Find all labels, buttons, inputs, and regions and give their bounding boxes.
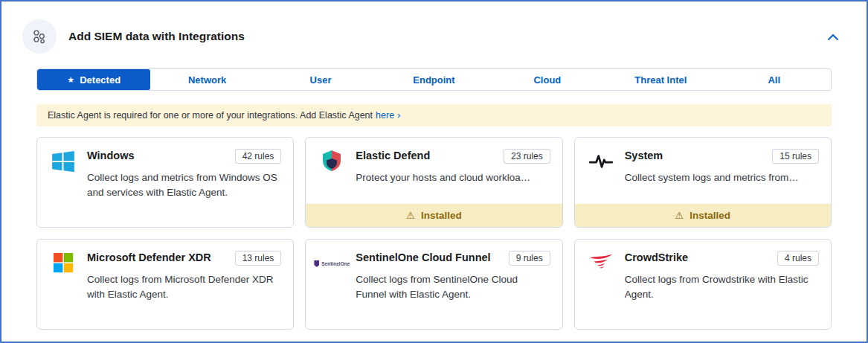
system-logo-icon (587, 149, 615, 177)
windows-logo-icon (49, 149, 77, 177)
rules-count-badge: 42 rules (235, 149, 282, 164)
crowdstrike-logo-icon (587, 251, 615, 279)
tab-label: Network (188, 74, 226, 86)
card-title: System (625, 149, 765, 163)
tab-all[interactable]: All (718, 69, 831, 90)
collapse-panel-button[interactable] (823, 27, 843, 47)
integration-card-windows[interactable]: Windows 42 rules Collect logs and metric… (36, 137, 294, 228)
card-title: CrowdStrike (625, 251, 770, 265)
rules-count-badge: 9 rules (509, 251, 550, 266)
installed-status: ⚠ Installed (575, 204, 831, 227)
callout-text: Elastic Agent is required for one or mor… (48, 110, 373, 121)
page-title: Add SIEM data with Integrations (68, 30, 245, 43)
chevron-right-icon: › (397, 110, 401, 121)
tab-user[interactable]: User (264, 69, 377, 90)
installed-status: ⚠ Installed (306, 204, 562, 227)
rules-count-badge: 15 rules (772, 149, 819, 164)
tab-endpoint[interactable]: Endpoint (377, 69, 490, 90)
card-title: Windows (87, 149, 228, 163)
tab-label: User (310, 74, 332, 86)
card-body: CrowdStrike 4 rules Collect logs from Cr… (575, 240, 831, 329)
card-title: SentinelOne Cloud Funnel (356, 251, 501, 265)
sentinelone-logo-icon: SentinelOne (318, 251, 346, 279)
tab-label: Endpoint (413, 74, 454, 86)
card-description: Collect logs from Microsoft Defender XDR… (87, 272, 281, 302)
tab-threat-intel[interactable]: Threat Intel (604, 69, 717, 90)
card-description: Collect logs from SentinelOne Cloud Funn… (356, 272, 550, 302)
card-description: Collect logs and metrics from Windows OS… (87, 170, 281, 200)
tab-network[interactable]: Network (150, 69, 263, 90)
sentinelone-wordmark: SentinelOne (321, 261, 350, 266)
microsoft-logo-icon (49, 251, 77, 279)
sentinelone-shield-glyph (314, 260, 319, 267)
integrations-icon (22, 19, 57, 54)
card-body: Microsoft Defender XDR 13 rules Collect … (37, 240, 293, 329)
card-description: Collect logs from Crowdstrike with Elast… (625, 272, 819, 302)
card-description: Collect system logs and metrics from… (625, 170, 819, 185)
integration-card-sentinelone-cloud-funnel[interactable]: SentinelOne SentinelOne Cloud Funnel 9 r… (305, 239, 562, 330)
category-tabs: ★ Detected Network User Endpoint Cloud T… (36, 68, 832, 91)
installed-label: Installed (421, 210, 462, 221)
card-title: Elastic Defend (356, 149, 496, 163)
integration-card-crowdstrike[interactable]: CrowdStrike 4 rules Collect logs from Cr… (574, 239, 832, 330)
chevron-up-icon (828, 31, 838, 42)
integration-card-elastic-defend[interactable]: Elastic Defend 23 rules Protect your hos… (305, 137, 562, 228)
star-icon: ★ (67, 76, 74, 84)
elastic-defend-logo-icon (318, 149, 346, 177)
card-description: Protect your hosts and cloud workloa… (356, 170, 550, 185)
integration-card-microsoft-defender-xdr[interactable]: Microsoft Defender XDR 13 rules Collect … (36, 239, 294, 330)
card-body: System 15 rules Collect system logs and … (575, 138, 831, 204)
integrations-panel: { "panel": { "title": "Add SIEM data wit… (0, 0, 868, 343)
add-elastic-agent-link[interactable]: here (376, 110, 394, 121)
tab-detected[interactable]: ★ Detected (37, 69, 150, 90)
rules-count-badge: 23 rules (504, 149, 550, 164)
panel-header: Add SIEM data with Integrations (1, 1, 867, 68)
tab-label: Detected (80, 74, 120, 86)
card-body: Elastic Defend 23 rules Protect your hos… (306, 138, 562, 204)
rules-count-badge: 13 rules (235, 251, 282, 266)
card-title: Microsoft Defender XDR (87, 251, 228, 265)
tab-label: All (768, 74, 780, 86)
tab-cloud[interactable]: Cloud (491, 69, 604, 90)
integration-card-system[interactable]: System 15 rules Collect system logs and … (574, 137, 832, 228)
agent-required-callout: Elastic Agent is required for one or mor… (36, 104, 832, 126)
card-body: Windows 42 rules Collect logs and metric… (37, 138, 293, 227)
installed-label: Installed (689, 210, 730, 221)
warning-icon: ⚠ (675, 211, 684, 220)
card-body: SentinelOne SentinelOne Cloud Funnel 9 r… (306, 240, 562, 329)
tab-label: Threat Intel (634, 74, 687, 86)
integrations-grid: Windows 42 rules Collect logs and metric… (36, 137, 832, 330)
tab-label: Cloud (533, 74, 561, 86)
rules-count-badge: 4 rules (777, 251, 819, 266)
warning-icon: ⚠ (406, 211, 415, 220)
